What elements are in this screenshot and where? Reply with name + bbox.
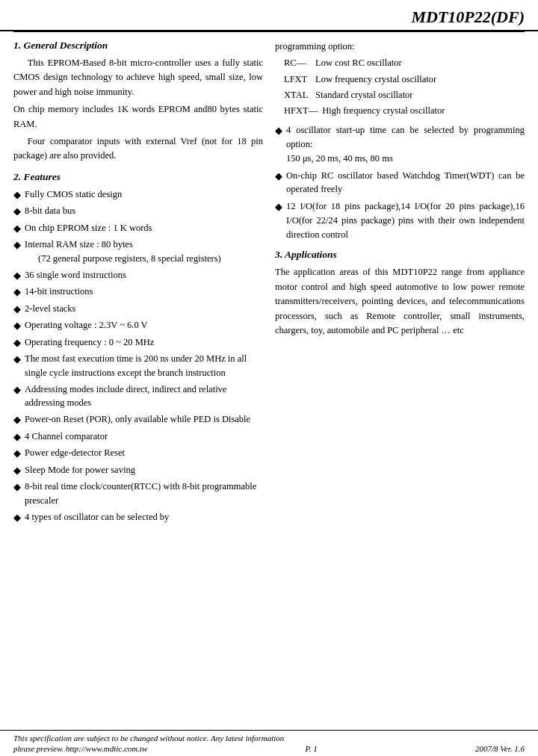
section3-body: The application areas of this MDT10P22 r… bbox=[275, 265, 525, 338]
footer-bottom: please preview. http://www.mdtic.com.tw … bbox=[13, 744, 525, 753]
bullet-diamond: ◆ bbox=[13, 412, 21, 427]
list-item: ◆ 12 I/O(for 18 pins package),14 I/O(for… bbox=[275, 199, 525, 241]
page: MDT10P22(DF) 1. General Description This… bbox=[0, 0, 538, 756]
bullet-diamond: ◆ bbox=[13, 318, 21, 333]
right-feature-text: 4 oscillator start-up time can be select… bbox=[286, 123, 525, 165]
bullet-diamond: ◆ bbox=[13, 204, 21, 219]
list-item: ◆ On-chip RC oscillator based Watchdog T… bbox=[275, 169, 525, 197]
opt-key-lfxt: LFXT bbox=[284, 72, 311, 87]
right-feature-text: 12 I/O(for 18 pins package),14 I/O(for 2… bbox=[286, 199, 525, 241]
bullet-diamond: ◆ bbox=[13, 302, 21, 317]
feature-text: 4 types of oscillator can be selected by bbox=[25, 510, 263, 524]
list-item: ◆Addressing modes include direct, indire… bbox=[13, 382, 263, 411]
bullet-diamond: ◆ bbox=[13, 510, 21, 525]
feature-text: On chip EPROM size : 1 K words bbox=[25, 221, 263, 235]
list-item: ◆ 4 oscillator start-up time can be sele… bbox=[275, 123, 525, 165]
right-features-list: ◆ 4 oscillator start-up time can be sele… bbox=[275, 123, 525, 241]
bullet-diamond: ◆ bbox=[13, 268, 21, 283]
section1-title: 1. General Description bbox=[13, 40, 263, 52]
bullet-diamond: ◆ bbox=[13, 382, 21, 397]
bullet-diamond: ◆ bbox=[275, 199, 282, 214]
programming-options: programming option: RC— Low cost RC osci… bbox=[275, 40, 525, 119]
list-item: ◆14-bit instructions bbox=[13, 285, 263, 300]
feature-text: Operating voltage : 2.3V ~ 6.0 V bbox=[25, 318, 263, 332]
bullet-diamond: ◆ bbox=[275, 169, 282, 184]
section-general-description: 1. General Description This EPROM-Based … bbox=[13, 40, 263, 164]
right-feature-text: On-chip RC oscillator based Watchdog Tim… bbox=[286, 169, 525, 197]
bullet-diamond: ◆ bbox=[13, 285, 21, 300]
feature-text: 4 Channel comparator bbox=[25, 430, 263, 444]
section1-para1: This EPROM-Based 8-bit micro-controller … bbox=[13, 56, 263, 99]
section3-title: 3. Applications bbox=[275, 249, 525, 261]
feature-text: Addressing modes include direct, indirec… bbox=[25, 382, 263, 411]
footer-right: 2007/8 Ver. 1.6 bbox=[475, 744, 525, 753]
section-applications: 3. Applications The application areas of… bbox=[275, 249, 525, 338]
section3-para: The application areas of this MDT10P22 r… bbox=[275, 265, 525, 338]
list-item: ◆Sleep Mode for power saving bbox=[13, 463, 263, 478]
list-item: ◆2-level stacks bbox=[13, 302, 263, 317]
feature-text: Fully CMOS static design bbox=[25, 188, 263, 202]
list-item: ◆Fully CMOS static design bbox=[13, 188, 263, 202]
bullet-diamond: ◆ bbox=[13, 463, 21, 478]
opt-key-rc: RC— bbox=[284, 55, 311, 71]
feature-text: 8-bit real time clock/counter(RTCC) with… bbox=[25, 480, 263, 508]
page-title: MDT10P22(DF) bbox=[411, 7, 525, 27]
bullet-diamond: ◆ bbox=[13, 430, 21, 444]
opt-key-xtal: XTAL bbox=[284, 87, 311, 103]
section2-title: 2. Features bbox=[13, 171, 263, 183]
bullet-diamond: ◆ bbox=[275, 123, 282, 138]
section-features: 2. Features ◆Fully CMOS static design ◆8… bbox=[13, 171, 263, 525]
opt-val-rc: Low cost RC oscillator bbox=[315, 55, 525, 71]
left-column: 1. General Description This EPROM-Based … bbox=[13, 40, 263, 527]
bullet-diamond: ◆ bbox=[13, 352, 21, 367]
bullet-diamond: ◆ bbox=[13, 480, 21, 495]
opt-row-hfxt: HFXT— High frequency crystal oscillator bbox=[284, 103, 525, 119]
right-column: programming option: RC— Low cost RC osci… bbox=[275, 40, 525, 527]
feature-text: Power edge-detector Reset bbox=[25, 446, 263, 460]
list-item: ◆36 single word instructions bbox=[13, 268, 263, 283]
content-area: 1. General Description This EPROM-Based … bbox=[0, 32, 538, 527]
footer-left: please preview. http://www.mdtic.com.tw bbox=[13, 744, 147, 753]
bullet-diamond: ◆ bbox=[13, 238, 21, 252]
feature-text: 14-bit instructions bbox=[25, 285, 263, 299]
section1-body: This EPROM-Based 8-bit micro-controller … bbox=[13, 56, 263, 164]
feature-text: 8-bit data bus bbox=[25, 204, 263, 218]
bullet-diamond: ◆ bbox=[13, 188, 21, 202]
feature-text: Power-on Reset (POR), only available whi… bbox=[25, 412, 263, 427]
list-item: ◆4 Channel comparator bbox=[13, 430, 263, 444]
opt-row-lfxt: LFXT Low frequency crystal oscillator bbox=[284, 72, 525, 87]
footer-disclaimer: This specification are subject to be cha… bbox=[13, 734, 525, 743]
section1-para3: Four comparator inputs with external Vre… bbox=[13, 134, 263, 164]
footer-center: P. 1 bbox=[306, 744, 318, 753]
bullet-diamond: ◆ bbox=[13, 335, 21, 350]
feature-text: Sleep Mode for power saving bbox=[25, 463, 263, 477]
opt-key-hfxt: HFXT— bbox=[284, 103, 318, 119]
footer: This specification are subject to be cha… bbox=[0, 730, 538, 756]
feature-text: 36 single word instructions bbox=[25, 268, 263, 282]
prog-options-list: RC— Low cost RC oscillator LFXT Low freq… bbox=[275, 55, 525, 119]
list-item: ◆Operating voltage : 2.3V ~ 6.0 V bbox=[13, 318, 263, 333]
list-item: ◆8-bit real time clock/counter(RTCC) wit… bbox=[13, 480, 263, 508]
list-item: ◆8-bit data bus bbox=[13, 204, 263, 219]
opt-val-lfxt: Low frequency crystal oscillator bbox=[315, 72, 525, 87]
feature-text: 2-level stacks bbox=[25, 302, 263, 316]
opt-val-hfxt: High frequency crystal oscillator bbox=[322, 103, 525, 119]
bullet-diamond: ◆ bbox=[13, 446, 21, 461]
feature-text: Internal RAM size : 80 bytes(72 general … bbox=[25, 238, 263, 266]
opt-val-xtal: Standard crystal oscillator bbox=[315, 87, 525, 103]
bullet-diamond: ◆ bbox=[13, 221, 21, 236]
list-item: ◆The most fast execution time is 200 ns … bbox=[13, 352, 263, 380]
prog-label: programming option: bbox=[275, 40, 525, 54]
list-item: ◆Power edge-detector Reset bbox=[13, 446, 263, 461]
opt-row-rc: RC— Low cost RC oscillator bbox=[284, 55, 525, 71]
header: MDT10P22(DF) bbox=[0, 0, 538, 31]
features-list: ◆Fully CMOS static design ◆8-bit data bu… bbox=[13, 188, 263, 525]
feature-text: Operating frequency : 0 ~ 20 MHz bbox=[25, 335, 263, 350]
list-item: ◆4 types of oscillator can be selected b… bbox=[13, 510, 263, 525]
section1-para2: On chip memory includes 1K words EPROM a… bbox=[13, 102, 263, 131]
list-item: ◆Power-on Reset (POR), only available wh… bbox=[13, 412, 263, 427]
feature-text: The most fast execution time is 200 ns u… bbox=[25, 352, 263, 380]
opt-row-xtal: XTAL Standard crystal oscillator bbox=[284, 87, 525, 103]
list-item: ◆Operating frequency : 0 ~ 20 MHz bbox=[13, 335, 263, 350]
list-item: ◆Internal RAM size : 80 bytes(72 general… bbox=[13, 238, 263, 266]
